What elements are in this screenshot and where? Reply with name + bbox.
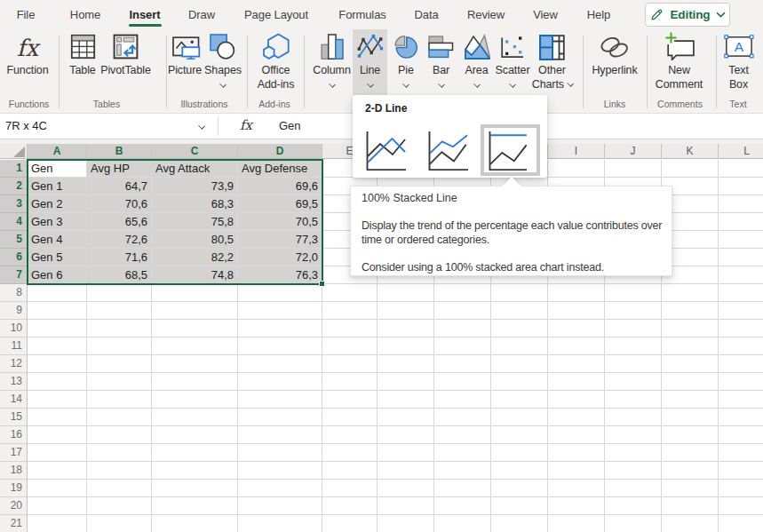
row-header-1[interactable]: 1 [0, 160, 28, 178]
cell-F10[interactable] [378, 320, 434, 337]
row-header-16[interactable]: 16 [0, 426, 28, 444]
cell-E8[interactable] [322, 284, 378, 302]
cell-C15[interactable] [152, 409, 238, 426]
cell-F18[interactable] [378, 462, 434, 480]
cell-D15[interactable] [238, 409, 322, 426]
cell-A11[interactable] [28, 337, 87, 355]
cell-A16[interactable] [28, 426, 87, 444]
cell-L2[interactable] [719, 178, 763, 195]
cell-F13[interactable] [378, 373, 434, 391]
cell-A3[interactable]: Gen 2 [28, 195, 87, 213]
cell-F21[interactable] [378, 515, 434, 532]
cell-L20[interactable] [719, 497, 763, 515]
cell-E12[interactable] [322, 355, 378, 373]
cell-L3[interactable] [719, 195, 763, 213]
cell-L1[interactable] [719, 160, 763, 178]
cell-J10[interactable] [605, 320, 662, 337]
cell-L14[interactable] [719, 391, 763, 409]
cell-G15[interactable] [434, 409, 491, 426]
cell-J11[interactable] [605, 337, 662, 355]
cell-G17[interactable] [434, 444, 491, 462]
cell-J13[interactable] [605, 373, 662, 391]
cell-H12[interactable] [491, 355, 548, 373]
cell-I8[interactable] [548, 284, 605, 302]
cell-E16[interactable] [322, 426, 378, 444]
cell-D19[interactable] [238, 480, 322, 497]
cell-B5[interactable]: 72,6 [87, 231, 152, 249]
cell-A7[interactable]: Gen 6 [28, 266, 87, 284]
cell-H14[interactable] [491, 391, 548, 409]
cell-D7[interactable]: 76,3 [238, 266, 322, 284]
cell-L7[interactable] [719, 266, 763, 284]
cell-I1[interactable] [548, 160, 605, 178]
cell-C11[interactable] [152, 337, 238, 355]
cell-B8[interactable] [87, 284, 152, 302]
cell-H13[interactable] [491, 373, 548, 391]
cell-D10[interactable] [238, 320, 322, 337]
row-header-9[interactable]: 9 [0, 302, 28, 320]
row-header-18[interactable]: 18 [0, 462, 28, 480]
cell-D6[interactable]: 72,0 [238, 249, 322, 266]
cell-J18[interactable] [605, 462, 662, 480]
cell-L6[interactable] [719, 249, 763, 266]
cell-K15[interactable] [662, 409, 719, 426]
row-header-21[interactable]: 21 [0, 515, 28, 532]
cell-C6[interactable]: 82,2 [152, 249, 238, 266]
cell-H18[interactable] [491, 462, 548, 480]
cell-K20[interactable] [662, 497, 719, 515]
row-header-20[interactable]: 20 [0, 497, 28, 515]
cell-I17[interactable] [548, 444, 605, 462]
cell-C13[interactable] [152, 373, 238, 391]
cell-H21[interactable] [491, 515, 548, 532]
cell-C14[interactable] [152, 391, 238, 409]
cell-A5[interactable]: Gen 4 [28, 231, 87, 249]
cell-G10[interactable] [434, 320, 491, 337]
cell-E10[interactable] [322, 320, 378, 337]
cell-B6[interactable]: 71,6 [87, 249, 152, 266]
column-header-C[interactable]: C [152, 144, 238, 159]
cell-J8[interactable] [605, 284, 662, 302]
cell-B16[interactable] [87, 426, 152, 444]
cell-K9[interactable] [662, 302, 719, 320]
cell-I16[interactable] [548, 426, 605, 444]
cell-I15[interactable] [548, 409, 605, 426]
cell-D12[interactable] [238, 355, 322, 373]
cell-J1[interactable] [605, 160, 662, 178]
cell-B19[interactable] [87, 480, 152, 497]
cell-E21[interactable] [322, 515, 378, 532]
cell-J19[interactable] [605, 480, 662, 497]
cell-E17[interactable] [322, 444, 378, 462]
cell-C20[interactable] [152, 497, 238, 515]
cell-C10[interactable] [152, 320, 238, 337]
cell-I13[interactable] [548, 373, 605, 391]
cell-A1[interactable]: Gen [28, 160, 87, 178]
column-header-A[interactable]: A [28, 144, 87, 159]
cell-H9[interactable] [491, 302, 548, 320]
chart-option-line[interactable] [365, 130, 406, 174]
row-header-3[interactable]: 3 [0, 195, 28, 213]
cell-I10[interactable] [548, 320, 605, 337]
tab-file[interactable]: File [17, 0, 36, 29]
cell-K16[interactable] [662, 426, 719, 444]
cell-B15[interactable] [87, 409, 152, 426]
column-header-B[interactable]: B [87, 144, 152, 159]
tab-formulas[interactable]: Formulas [338, 0, 385, 29]
cell-F8[interactable] [378, 284, 434, 302]
cell-D8[interactable] [238, 284, 322, 302]
cell-A17[interactable] [28, 444, 87, 462]
cell-L12[interactable] [719, 355, 763, 373]
cell-I12[interactable] [548, 355, 605, 373]
cell-G13[interactable] [434, 373, 491, 391]
cell-F9[interactable] [378, 302, 434, 320]
cell-B3[interactable]: 70,6 [87, 195, 152, 213]
cell-K13[interactable] [662, 373, 719, 391]
row-header-8[interactable]: 8 [0, 284, 28, 302]
cell-H20[interactable] [491, 497, 548, 515]
cell-A15[interactable] [28, 409, 87, 426]
cell-H8[interactable] [491, 284, 548, 302]
row-header-13[interactable]: 13 [0, 373, 28, 391]
cell-A19[interactable] [28, 480, 87, 497]
cell-B14[interactable] [87, 391, 152, 409]
cell-G9[interactable] [434, 302, 491, 320]
row-header-12[interactable]: 12 [0, 355, 28, 373]
